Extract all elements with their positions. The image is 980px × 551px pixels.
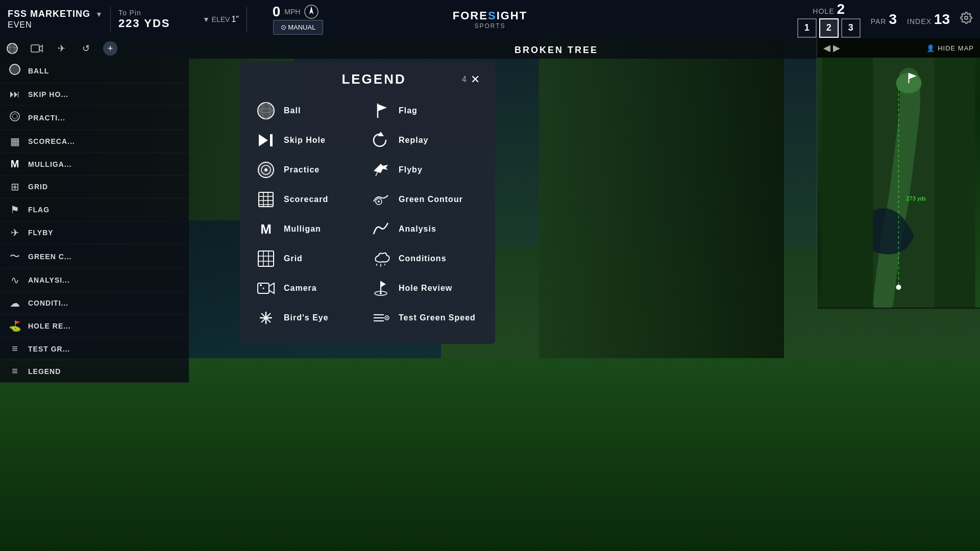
sidebar-item-grid[interactable]: ⊞ GRID xyxy=(0,176,189,198)
sidebar-item-analysis[interactable]: ∿ ANALYSI... xyxy=(0,269,189,292)
legend-label-ball: Ball xyxy=(284,106,301,115)
legend-item-flag[interactable]: Flag xyxy=(370,100,480,121)
legend-item-mulligan[interactable]: M Mulligan xyxy=(255,218,365,240)
hud-player-info: FSS MARKETING ▼ EVEN xyxy=(8,9,103,30)
scorecard-icon: ▦ xyxy=(8,135,22,147)
elevation-label: ▼ ELEV xyxy=(203,15,230,23)
hud-par: PAR 3 xyxy=(871,11,897,28)
legend-green-contour-icon xyxy=(370,189,391,210)
legend-item-scorecard[interactable]: Scorecard xyxy=(255,189,365,210)
minimap-left-arrow[interactable]: ◀ xyxy=(823,42,830,54)
minimap-header: ◀ ▶ 👤 HIDE MAP xyxy=(817,38,980,58)
legend-item-conditions[interactable]: Conditions xyxy=(370,248,480,269)
sidebar-item-legend[interactable]: ≡ LEGEND xyxy=(0,360,189,383)
hide-map-label: HIDE MAP xyxy=(938,44,974,52)
player-score: EVEN xyxy=(8,20,32,30)
sidebar-item-hole-review[interactable]: ⛳ HOLE RE... xyxy=(0,315,189,338)
plane-icon-btn[interactable]: ✈ xyxy=(54,41,68,56)
hud-index: INDEX 13 xyxy=(907,11,950,28)
manual-button[interactable]: ⊙ MANUAL xyxy=(273,20,324,35)
legend-item-camera[interactable]: Camera xyxy=(255,278,365,299)
legend-label-conditions: Conditions xyxy=(399,254,447,263)
sidebar-item-mulligan[interactable]: M MULLIGA... xyxy=(0,153,189,176)
sidebar-item-skip-hole[interactable]: ⏭ SKIP HO... xyxy=(0,83,189,106)
minimap-canvas: 273 yds xyxy=(817,58,980,308)
legend-hole-review-icon xyxy=(370,278,391,299)
sidebar-label-test-green: TEST GR... xyxy=(28,345,70,353)
test-green-icon: ≡ xyxy=(8,343,22,355)
sidebar-item-flag[interactable]: ⚑ FLAG xyxy=(0,198,189,221)
sidebar-item-flyby[interactable]: ✈ FLYBY xyxy=(0,221,189,244)
settings-icon[interactable] xyxy=(960,12,972,27)
legend-label-green-contour: Green Contour xyxy=(399,195,463,204)
legend-item-flyby[interactable]: Flyby xyxy=(370,159,480,181)
player-dropdown-arrow[interactable]: ▼ xyxy=(95,10,103,18)
camera-record-icon-btn[interactable] xyxy=(30,41,44,56)
legend-grid-icon xyxy=(255,248,277,269)
hud-divider-1 xyxy=(110,7,111,32)
svg-rect-24 xyxy=(270,134,273,146)
green-contour-icon: 〜 xyxy=(8,249,22,263)
sidebar-item-green-contour[interactable]: 〜 GREEN C... xyxy=(0,244,189,269)
legend-item-ball[interactable]: Ball xyxy=(255,100,365,121)
svg-point-16 xyxy=(896,285,901,290)
legend-item-grid[interactable]: Grid xyxy=(255,248,365,269)
svg-point-2 xyxy=(965,16,968,19)
wind-speed-unit: MPH xyxy=(284,8,300,16)
sidebar-item-test-green[interactable]: ≡ TEST GR... xyxy=(0,338,189,360)
svg-marker-22 xyxy=(378,104,387,111)
index-value: 13 xyxy=(934,11,950,28)
legend-test-green-speed-icon xyxy=(370,307,391,329)
score-3: 3 xyxy=(841,18,861,38)
legend-scorecard-icon xyxy=(255,189,277,210)
legend-item-skip-hole[interactable]: Skip Hole xyxy=(255,130,365,151)
practice-icon xyxy=(8,111,22,124)
elevation-value: 1" xyxy=(231,15,239,24)
legend-close-button[interactable]: ✕ xyxy=(471,74,480,85)
refresh-icon-btn[interactable]: ↺ xyxy=(79,41,93,56)
svg-rect-5 xyxy=(31,45,39,52)
analysis-icon: ∿ xyxy=(8,274,22,286)
legend-close-area: 4 ✕ xyxy=(462,74,480,85)
hide-map-button[interactable]: 👤 HIDE MAP xyxy=(926,44,974,52)
hud-top-bar: FSS MARKETING ▼ EVEN To Pin 223 YDS ▼ EL… xyxy=(0,0,980,38)
sidebar-label-hole-review: HOLE RE... xyxy=(28,322,71,330)
grid-icon: ⊞ xyxy=(8,181,22,193)
sidebar-item-ball[interactable]: BALL xyxy=(0,59,189,83)
legend-label-mulligan: Mulligan xyxy=(284,224,321,234)
legend-item-test-green-speed[interactable]: Test Green Speed xyxy=(370,307,480,329)
ball-icon-btn[interactable] xyxy=(5,41,19,56)
legend-item-analysis[interactable]: Analysis xyxy=(370,218,480,240)
legend-label-test-green-speed: Test Green Speed xyxy=(399,313,476,322)
sidebar-label-green-contour: GREEN C... xyxy=(28,253,71,261)
wind-speed-value: 0 xyxy=(273,4,281,20)
add-icon-btn[interactable]: + xyxy=(103,41,117,56)
legend-label-skip-hole: Skip Hole xyxy=(284,136,326,145)
legend-item-practice[interactable]: Practice xyxy=(255,159,365,181)
sidebar-item-scorecard[interactable]: ▦ SCORECA... xyxy=(0,130,189,153)
legend-item-green-contour[interactable]: Green Contour xyxy=(370,189,480,210)
legend-item-birds-eye[interactable]: Bird's Eye xyxy=(255,307,365,329)
player-name: FSS MARKETING xyxy=(8,9,90,19)
svg-point-19 xyxy=(258,103,274,119)
logo-subtitle: SPORTS xyxy=(474,22,505,30)
minimap-right-arrow[interactable]: ▶ xyxy=(833,42,840,54)
hud-wind-speed: 0 MPH ⊙ MANUAL xyxy=(265,4,326,35)
sidebar-item-practice[interactable]: PRACTI... xyxy=(0,106,189,130)
svg-point-48 xyxy=(260,284,262,286)
sidebar-label-grid: GRID xyxy=(28,183,48,191)
hole-review-icon: ⛳ xyxy=(8,320,22,332)
legend-label-flag: Flag xyxy=(399,106,418,115)
left-sidebar: BALL ⏭ SKIP HO... PRACTI... ▦ SCORECA...… xyxy=(0,59,189,383)
sidebar-label-analysis: ANALYSI... xyxy=(28,276,70,284)
legend-analysis-icon xyxy=(370,218,391,240)
legend-item-replay[interactable]: Replay xyxy=(370,130,480,151)
legend-label-grid: Grid xyxy=(284,254,303,263)
sidebar-label-ball: BALL xyxy=(28,67,49,75)
svg-rect-12 xyxy=(822,58,873,308)
legend-item-hole-review[interactable]: Hole Review xyxy=(370,278,480,299)
svg-rect-13 xyxy=(935,58,975,308)
distance-label: To Pin xyxy=(118,9,200,17)
sidebar-item-conditions[interactable]: ☁ CONDITI... xyxy=(0,292,189,315)
legend-modal: LEGEND 4 ✕ Ball Flag Skip Hole xyxy=(240,61,495,344)
